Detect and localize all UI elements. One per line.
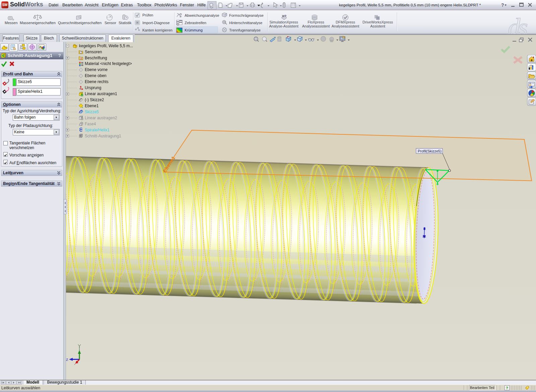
svg-text:Z: Z [66,357,68,362]
svg-text:ds: ds [508,13,527,34]
svg-text:?: ? [506,386,508,390]
svg-text:Profil(Skizze5): Profil(Skizze5) [418,149,442,153]
svg-text:!: ! [241,4,241,7]
